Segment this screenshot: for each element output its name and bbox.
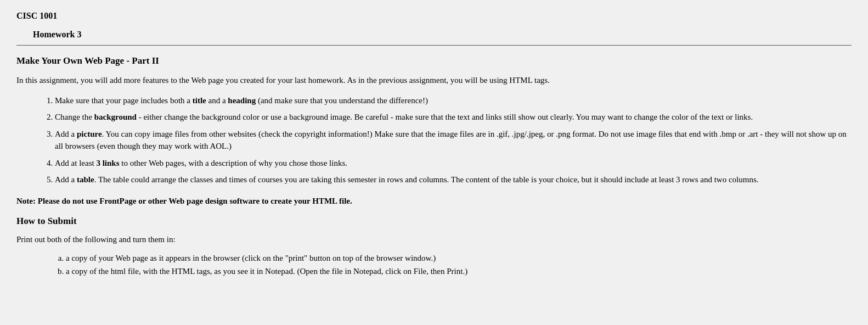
submit-intro: Print out both of the following and turn… [16,233,852,246]
requirements-list: Make sure that your page includes both a… [55,94,852,186]
list-item: Change the background - either change th… [55,111,852,124]
submit-list-item: a copy of the html file, with the HTML t… [66,265,852,278]
how-to-submit-heading: How to Submit [16,216,852,227]
divider [16,45,852,46]
list-item: Add at least 3 links to other Web pages,… [55,157,852,170]
course-title: CISC 1001 [16,11,852,21]
intro-text: In this assignment, you will add more fe… [16,74,852,87]
list-item: Add a picture. You can copy image files … [55,128,852,153]
submit-list: a copy of your Web page as it appears in… [66,251,852,278]
submit-list-item: a copy of your Web page as it appears in… [66,251,852,265]
list-item: Add a table. The table could arrange the… [55,173,852,186]
note-text: Note: Please do not use FrontPage or oth… [16,195,852,208]
list-item: Make sure that your page includes both a… [55,94,852,107]
homework-title: Homework 3 [33,30,852,40]
main-section-heading: Make Your Own Web Page - Part II [16,55,852,66]
